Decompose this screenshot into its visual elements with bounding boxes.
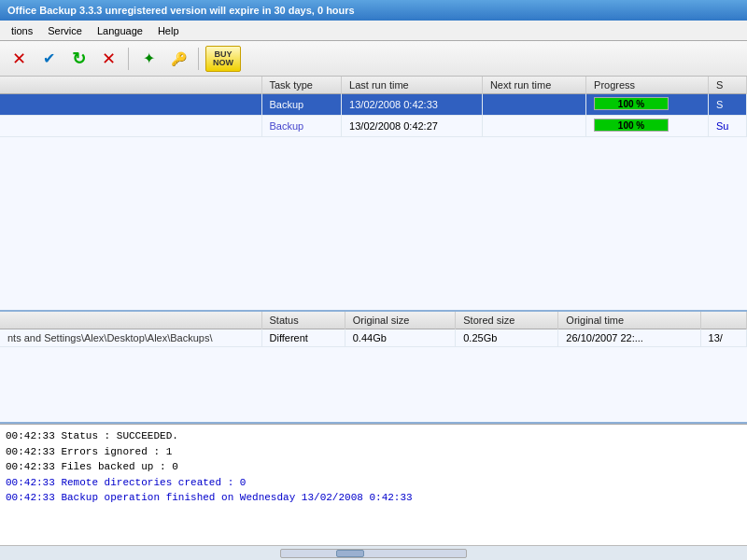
task-name-cell xyxy=(0,94,261,116)
task-row[interactable]: Backup 13/02/2008 0:42:33 100 % S xyxy=(0,94,747,116)
delete-button[interactable]: ✕ xyxy=(95,46,121,72)
task-status-cell: S xyxy=(708,94,746,116)
lower-section: Status Original size Stored size Origina… xyxy=(0,312,747,424)
file-row[interactable]: nts and Settings\Alex\Desktop\Alex\Backu… xyxy=(0,329,747,347)
star-button[interactable]: ✦ xyxy=(135,46,162,72)
task-lastrun-cell: 13/02/2008 0:42:27 xyxy=(342,116,483,137)
menu-actions[interactable]: tions xyxy=(4,23,40,38)
file-origtime-cell: 26/10/2007 22:... xyxy=(558,329,700,347)
col-lastrun-header: Last run time xyxy=(342,77,483,94)
task-progress-cell: 100 % xyxy=(586,94,709,116)
progress-text: 100 % xyxy=(595,98,668,111)
log-entry: 00:42:33 Status : SUCCEEDED. xyxy=(6,428,741,444)
log-entry: 00:42:33 Errors ignored : 1 xyxy=(6,444,741,460)
buy-now-button[interactable]: BUY NOW xyxy=(205,46,241,72)
task-row[interactable]: Backup 13/02/2008 0:42:27 100 % Su xyxy=(0,116,747,137)
col-origtime-header: Original time xyxy=(558,312,700,329)
file-path-cell: nts and Settings\Alex\Desktop\Alex\Backu… xyxy=(0,329,261,347)
task-lastrun-cell: 13/02/2008 0:42:33 xyxy=(342,94,483,116)
key-button[interactable]: 🔑 xyxy=(165,46,191,72)
menu-service[interactable]: Service xyxy=(40,23,90,38)
toolbar: ✕ ✔ ↻ ✕ ✦ 🔑 BUY NOW xyxy=(0,41,747,77)
task-nextrun-cell xyxy=(482,116,585,137)
task-nextrun-cell xyxy=(482,94,585,116)
scrollbar-thumb[interactable] xyxy=(336,550,364,557)
file-storedsize-cell: 0.25Gb xyxy=(456,329,558,347)
file-origsize-cell: 0.44Gb xyxy=(345,329,456,347)
log-entry: 00:42:33 Files backed up : 0 xyxy=(6,459,741,475)
task-name-cell xyxy=(0,116,261,137)
upper-section: Task type Last run time Next run time Pr… xyxy=(0,77,747,312)
task-progress-cell: 100 % xyxy=(586,116,709,137)
col-nextrun-header: Next run time xyxy=(482,77,585,94)
refresh-button[interactable]: ↻ xyxy=(65,46,92,72)
col-name-header xyxy=(0,77,261,94)
task-status-cell: Su xyxy=(708,116,746,137)
main-content: Task type Last run time Next run time Pr… xyxy=(0,77,747,560)
toolbar-separator-1 xyxy=(128,48,129,70)
col-status-header: S xyxy=(708,77,746,94)
file-extra-cell: 13/ xyxy=(700,329,746,347)
file-status-cell: Different xyxy=(261,329,345,347)
log-section: 00:42:33 Status : SUCCEEDED.00:42:33 Err… xyxy=(0,424,747,545)
log-entry: 00:42:33 Remote directories created : 0 xyxy=(6,475,741,491)
task-table: Task type Last run time Next run time Pr… xyxy=(0,77,747,137)
check-button[interactable]: ✔ xyxy=(35,46,62,72)
close-button[interactable]: ✕ xyxy=(6,46,32,72)
file-table: Status Original size Stored size Origina… xyxy=(0,312,747,347)
menu-language[interactable]: Language xyxy=(90,23,150,38)
col-path-header xyxy=(0,312,261,329)
col-filestatus-header: Status xyxy=(261,312,345,329)
task-type-cell: Backup xyxy=(261,94,342,116)
task-type-cell: Backup xyxy=(261,116,342,137)
horizontal-scrollbar[interactable] xyxy=(280,549,467,558)
progress-bar: 100 % xyxy=(594,119,669,132)
title-bar: Office Backup 3.3.3 unregistered version… xyxy=(0,0,747,21)
title-text: Office Backup 3.3.3 unregistered version… xyxy=(7,5,355,16)
menu-help[interactable]: Help xyxy=(150,23,187,38)
col-storedsize-header: Stored size xyxy=(456,312,558,329)
scrollbar-area xyxy=(0,545,747,560)
col-extra-header xyxy=(700,312,746,329)
progress-bar: 100 % xyxy=(594,97,669,110)
col-tasktype-header: Task type xyxy=(261,77,342,94)
toolbar-separator-2 xyxy=(198,48,199,70)
col-origsize-header: Original size xyxy=(345,312,456,329)
log-entry: 00:42:33 Backup operation finished on We… xyxy=(6,490,741,506)
progress-text: 100 % xyxy=(595,119,668,133)
col-progress-header: Progress xyxy=(586,77,709,94)
menu-bar: tions Service Language Help xyxy=(0,21,747,41)
